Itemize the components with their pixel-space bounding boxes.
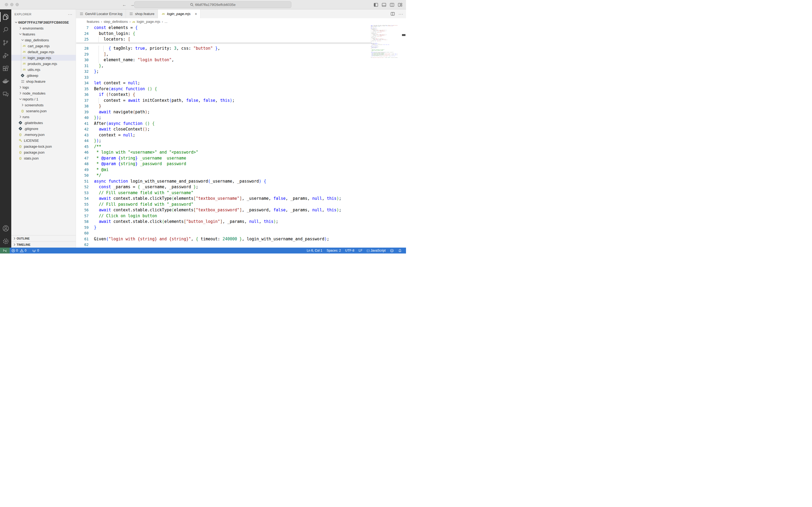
tree-item-node-modules[interactable]: node_modules	[11, 90, 76, 96]
tree-item--gitattributes[interactable]: .gitattributes	[11, 120, 76, 126]
encoding-setting[interactable]: UTF-8	[343, 247, 357, 253]
breadcrumb-item[interactable]: features	[87, 19, 99, 23]
tree-item-utils-mjs[interactable]: JSutils.mjs	[11, 67, 76, 72]
tree-item-package-json[interactable]: {}package.json	[11, 149, 76, 155]
tree-item-step-definitions[interactable]: step_definitions	[11, 37, 76, 43]
breadcrumb-item[interactable]: step_definitions	[104, 19, 128, 23]
indentation-setting[interactable]: Spaces: 2	[325, 247, 343, 253]
command-center-search[interactable]: 66df7ffa179f26effcb6035e	[134, 1, 291, 8]
tree-item-cart-page-mjs[interactable]: JScart_page.mjs	[11, 43, 76, 49]
close-icon[interactable]: ×	[195, 12, 197, 16]
outline-label: OUTLINE	[17, 237, 30, 240]
zoom-window-button[interactable]	[15, 3, 19, 6]
outline-section[interactable]: OUTLINE	[11, 235, 76, 241]
line-number: 37	[76, 98, 89, 104]
ports-indicator[interactable]: 0	[31, 247, 41, 253]
toggle-secondary-sidebar-icon[interactable]	[390, 3, 394, 7]
tab-bar: GenAll Locator Error.logshop.featureJSlo…	[76, 9, 406, 18]
remote-indicator[interactable]	[0, 247, 10, 253]
sticky-scroll: 7const elements = {24 button_login: {25 …	[76, 25, 371, 43]
activity-extensions[interactable]	[0, 62, 11, 75]
search-icon	[2, 26, 9, 33]
tree-item-label: default_page.mjs	[27, 50, 54, 54]
activity-run-debug[interactable]	[0, 49, 11, 62]
git-file-icon	[20, 73, 25, 77]
activity-search[interactable]	[0, 23, 11, 36]
problems-indicator[interactable]: 0 0	[10, 247, 28, 253]
tree-item-label: .gitignore	[24, 127, 38, 131]
tree-item-default-page-mjs[interactable]: JSdefault_page.mjs	[11, 49, 76, 55]
breadcrumb[interactable]: features›step_definitions›JSlogin_page.m…	[76, 18, 406, 25]
tree-item-screenshots[interactable]: screenshots	[11, 102, 76, 108]
title-bar: ← → 66df7ffa179f26effcb6035e	[0, 0, 406, 9]
activity-source-control[interactable]	[0, 36, 11, 49]
line-number: 39	[76, 109, 89, 115]
language-mode[interactable]: { } JavaScript	[365, 247, 388, 253]
window-controls[interactable]	[5, 3, 19, 6]
code-line-43: 43 context = null;	[76, 132, 406, 138]
breadcrumb-item[interactable]: login_page.mjs	[137, 19, 160, 23]
tab-login-page-mjs[interactable]: JSlogin_page.mjs×	[158, 9, 200, 18]
timeline-section[interactable]: TIMELINE	[11, 241, 76, 247]
activity-account[interactable]	[0, 222, 11, 235]
tree-item-environments[interactable]: environments	[11, 25, 76, 31]
radio-tower-icon	[32, 249, 36, 252]
tree-item-stats-json[interactable]: {}stats.json	[11, 155, 76, 161]
search-icon	[190, 3, 193, 6]
error-count: 0	[16, 249, 18, 252]
split-editor-icon[interactable]	[391, 12, 395, 15]
minimap[interactable]: import { Given, When, Then, After, setDe…	[371, 25, 398, 247]
tree-item--gitkeep[interactable]: .gitkeep	[11, 72, 76, 78]
tree-item-license[interactable]: LICENSE	[11, 137, 76, 144]
code-line-46: 46 * login with "<username>" and "<passw…	[76, 150, 406, 156]
activity-explorer[interactable]	[0, 10, 11, 23]
extensions-icon	[2, 65, 9, 72]
activity-chat[interactable]	[0, 88, 11, 101]
tree-item--memory-json[interactable]: {}.memory.json	[11, 131, 76, 137]
tree-item-shop-feature[interactable]: shop.feature	[11, 78, 76, 84]
tree-item-features[interactable]: features	[11, 31, 76, 37]
code-line-40: 40});	[76, 115, 406, 121]
activity-settings[interactable]	[0, 235, 11, 247]
close-window-button[interactable]	[5, 3, 8, 6]
navigate-forward-icon[interactable]: →	[130, 2, 134, 7]
copilot-status[interactable]	[388, 247, 396, 253]
tree-item-runs[interactable]: runs	[11, 114, 76, 120]
line-number: 41	[76, 121, 89, 127]
eol-setting[interactable]: LF	[357, 247, 365, 253]
editor-content[interactable]: 28 { tagOnly: true, priority: 3, css: "b…	[76, 25, 406, 247]
explorer-actions-icon[interactable]: ···	[68, 12, 72, 16]
customize-layout-icon[interactable]	[398, 3, 402, 7]
line-number: 31	[76, 63, 89, 69]
tab-genall-locator-error-log[interactable]: GenAll Locator Error.log	[76, 9, 126, 18]
code-line-35: 35Before(async function () {	[76, 86, 406, 92]
tree-item-label: logs	[22, 86, 29, 90]
tree-item-reports-1[interactable]: reports / 1	[11, 96, 76, 102]
command-center-text: 66df7ffa179f26effcb6035e	[195, 3, 236, 7]
tree-item-login-page-mjs[interactable]: JSlogin_page.mjs	[11, 55, 76, 61]
code-line-32: 32};	[76, 69, 406, 75]
minimize-window-button[interactable]	[10, 3, 13, 6]
code-line-42: 42 await closeContext();	[76, 126, 406, 132]
minimap-line: await context.stable.click(elements["but…	[371, 56, 398, 56]
code-line-56: 56 await context.stable.clickType(elemen…	[76, 207, 406, 213]
tree-item-label: .gitattributes	[24, 121, 43, 125]
notifications[interactable]	[396, 247, 404, 253]
tree-item--gitignore[interactable]: .gitignore	[11, 126, 76, 131]
tree-item-package-lock-json[interactable]: {}package-lock.json	[11, 144, 76, 149]
cursor-position[interactable]: Ln 6, Col 1	[304, 247, 325, 253]
breadcrumb-item[interactable]: ...	[165, 19, 168, 23]
more-actions-icon[interactable]: ···	[399, 11, 403, 16]
toggle-panel-icon[interactable]	[382, 3, 386, 7]
toggle-sidebar-icon[interactable]	[374, 3, 378, 7]
line-number: 53	[76, 190, 89, 196]
activity-docker[interactable]	[0, 75, 11, 88]
warning-count: 0	[25, 249, 26, 252]
line-number: 32	[76, 69, 89, 75]
navigate-back-icon[interactable]: ←	[122, 2, 126, 7]
tree-item-scenario-json[interactable]: {}scenario.json	[11, 108, 76, 114]
tree-item-66df7ffa179f26effcb6035e[interactable]: 66DF7FFA179F26EFFCB6035E	[11, 19, 76, 25]
tree-item-products-page-mjs[interactable]: JSproducts_page.mjs	[11, 61, 76, 67]
tab-shop-feature[interactable]: shop.feature	[126, 9, 158, 18]
tree-item-logs[interactable]: logs	[11, 84, 76, 90]
